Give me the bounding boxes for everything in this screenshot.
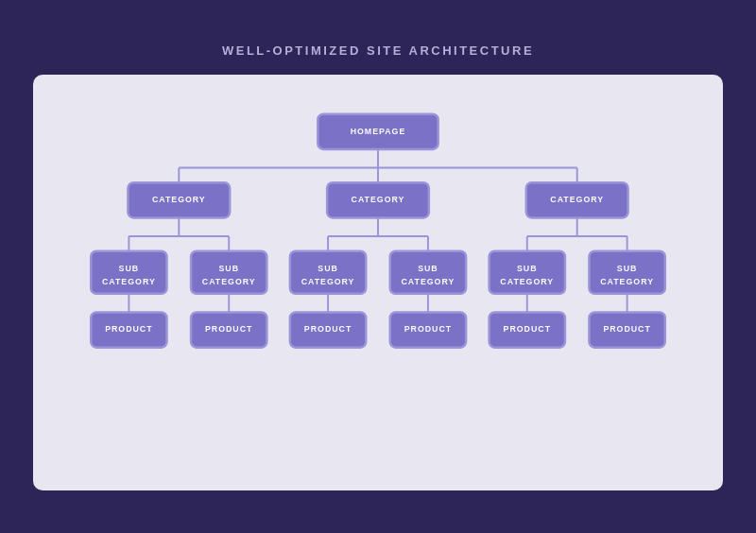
subcategory-node-1: SUB bbox=[119, 263, 140, 272]
diagram-container: .n { fill: #7b72c8; stroke: #9b94d8; str… bbox=[33, 75, 723, 490]
page-title: WELL-OPTIMIZED SITE ARCHITECTURE bbox=[222, 43, 534, 58]
product-node-6: PRODUCT bbox=[603, 324, 650, 334]
category-node-1: CATEGORY bbox=[152, 195, 206, 204]
subcategory-node-3b: CATEGORY bbox=[301, 277, 355, 286]
product-node-5: PRODUCT bbox=[504, 324, 551, 334]
subcategory-node-4b: CATEGORY bbox=[402, 277, 455, 286]
product-node-2: PRODUCT bbox=[205, 324, 252, 334]
subcategory-node-6b: CATEGORY bbox=[600, 277, 654, 286]
subcategory-node-2: SUB bbox=[218, 263, 239, 272]
product-node-4: PRODUCT bbox=[404, 324, 452, 334]
subcategory-node-1b: CATEGORY bbox=[102, 277, 156, 286]
subcategory-node-5b: CATEGORY bbox=[500, 277, 554, 286]
subcategory-node-5: SUB bbox=[517, 263, 538, 272]
subcategory-node-4: SUB bbox=[418, 263, 438, 272]
product-node-1: PRODUCT bbox=[105, 324, 152, 334]
category-node-3: CATEGORY bbox=[550, 195, 604, 204]
product-node-3: PRODUCT bbox=[304, 324, 352, 334]
subcategory-node-2b: CATEGORY bbox=[202, 277, 256, 286]
subcategory-node-3: SUB bbox=[318, 263, 338, 272]
homepage-node: HOMEPAGE bbox=[351, 126, 406, 135]
architecture-diagram: .n { fill: #7b72c8; stroke: #9b94d8; str… bbox=[52, 101, 704, 472]
subcategory-node-6: SUB bbox=[617, 263, 638, 272]
category-node-2: CATEGORY bbox=[352, 195, 405, 204]
